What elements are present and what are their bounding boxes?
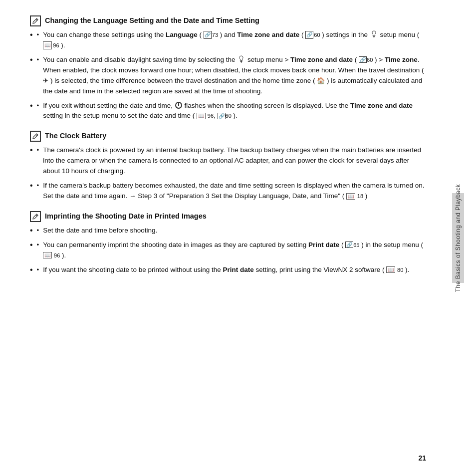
bullet-dot-6: •: [37, 226, 39, 236]
list-item-text-3-3: If you want the shooting date to be prin…: [43, 265, 426, 275]
list-item-text-3-2: You can permanently imprint the shooting…: [43, 240, 426, 261]
bullet-list-2: • The camera's clock is powered by an in…: [30, 145, 426, 202]
ref-icon-3: 🔗: [359, 56, 367, 63]
section-title-2: The Clock Battery: [45, 132, 106, 140]
bullet-dot: •: [37, 30, 39, 40]
list-item-3-2: • You can permanently imprint the shooti…: [30, 240, 426, 261]
page-ref-4: 96: [54, 252, 60, 258]
section-header-1: Changing the Language Setting and the Da…: [30, 15, 426, 26]
bullet-dot-3: •: [37, 101, 39, 111]
sidebar: The Basics of Shooting and Playback: [440, 0, 476, 476]
bullet-dot-5: •: [37, 181, 39, 191]
main-content: Changing the Language Setting and the Da…: [30, 15, 426, 461]
book-ref-3: 📖: [346, 193, 355, 200]
list-item-3-1: • Set the date and time before shooting.: [30, 226, 426, 236]
pencil-icon-3: [30, 211, 41, 222]
section-clock-battery: The Clock Battery • The camera's clock i…: [30, 130, 426, 202]
bullet-list-3: • Set the date and time before shooting.…: [30, 226, 426, 275]
page-number: 21: [418, 454, 426, 462]
ref-num-3: 60: [367, 57, 373, 63]
sidebar-tab: The Basics of Shooting and Playback: [452, 193, 464, 283]
section-imprinting: Imprinting the Shooting Date in Printed …: [30, 211, 426, 275]
list-item-text-3-1: Set the date and time before shooting.: [43, 226, 426, 236]
section-language-date-time: Changing the Language Setting and the Da…: [30, 15, 426, 121]
sidebar-label: The Basics of Shooting and Playback: [455, 184, 462, 292]
book-ref-4: 📖: [43, 252, 52, 258]
section-title-3: Imprinting the Shooting Date in Printed …: [45, 212, 207, 220]
list-item-2-1: • The camera's clock is powered by an in…: [30, 145, 426, 177]
bullet-list-1: • You can change these settings using th…: [30, 30, 426, 121]
list-item-1-3: • If you exit without setting the date a…: [30, 101, 426, 122]
ref-num-5: 65: [353, 242, 359, 248]
ref-num-4: 60: [226, 113, 232, 119]
book-ref: 📖: [43, 41, 52, 49]
page-ref-3: 18: [357, 193, 363, 199]
bullet-dot-4: •: [37, 145, 39, 156]
section-header-2: The Clock Battery: [30, 130, 426, 141]
ref-number: 73: [212, 31, 218, 39]
list-item-text-1-2: You can enable and disable daylight savi…: [43, 55, 426, 97]
list-item-1-1: • You can change these settings using th…: [30, 30, 426, 51]
list-item-1-2: • You can enable and disable daylight sa…: [30, 55, 426, 97]
plane-icon: ✈: [43, 77, 48, 84]
section-title-1: Changing the Language Setting and the Da…: [45, 16, 259, 24]
clock-blink-icon: [175, 102, 182, 109]
section-header-3: Imprinting the Shooting Date in Printed …: [30, 211, 426, 222]
book-ref-5: 📖: [386, 266, 395, 273]
ref-icon: 🔗: [204, 31, 212, 39]
list-item-2-2: • If the camera's backup battery becomes…: [30, 181, 426, 202]
bullet-dot-8: •: [37, 265, 39, 275]
bullet-dot-7: •: [37, 240, 39, 250]
ref-icon-4: 🔗: [218, 113, 226, 119]
list-item-text-1-1: You can change these settings using the …: [43, 30, 426, 51]
list-item-text-2-2: If the camera's backup battery becomes e…: [43, 181, 426, 202]
ref-icon-5: 🔗: [345, 241, 353, 248]
list-item-3-3: • If you want the shooting date to be pr…: [30, 265, 426, 275]
page-ref: 96: [53, 41, 59, 50]
home-icon: 🏠: [317, 77, 325, 84]
list-item-text-1-3: If you exit without setting the date and…: [43, 101, 426, 122]
bullet-dot-2: •: [37, 55, 39, 65]
ref-number-2: 60: [314, 31, 320, 39]
pencil-icon-2: [30, 131, 41, 142]
book-ref-2: 📖: [197, 113, 206, 119]
ref-icon-2: 🔗: [305, 31, 313, 39]
page-ref-2: 96: [208, 113, 214, 119]
page-ref-5: 80: [397, 267, 403, 273]
pencil-icon-1: [30, 15, 41, 26]
list-item-text-2-1: The camera's clock is powered by an inte…: [43, 145, 426, 177]
